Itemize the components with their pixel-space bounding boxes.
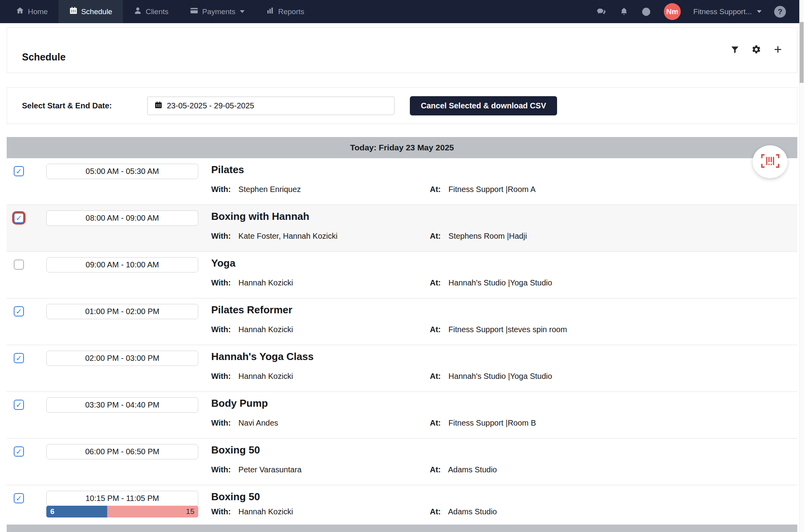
- session-checkbox[interactable]: ✓: [14, 446, 24, 457]
- session-time: 01:00 PM - 02:00 PM: [46, 304, 198, 319]
- session-time-label: 05:00 AM - 05:30 AM: [86, 167, 159, 176]
- nav-label: Clients: [146, 7, 168, 16]
- session-row: ✓ 03:30 PM - 04:40 PM Body Pump With: Na…: [7, 392, 797, 439]
- session-checkbox[interactable]: ✓: [14, 306, 24, 316]
- session-checkbox[interactable]: ✓: [14, 166, 24, 176]
- nav-item-reports[interactable]: Reports: [255, 0, 315, 23]
- with-label: With:: [211, 419, 231, 427]
- session-row: ✓ 09:00 AM - 10:00 AM Yoga With: Hannah …: [7, 252, 797, 298]
- checkmark-icon: ✓: [16, 214, 22, 222]
- help-icon[interactable]: ?: [774, 6, 786, 18]
- user-name: Fitness Support...: [693, 7, 752, 16]
- nav-item-home[interactable]: Home: [5, 0, 58, 23]
- person-icon: [133, 6, 142, 17]
- main-nav: Home Schedule Clients Payments Reports: [0, 0, 315, 23]
- credit-card-icon: [190, 6, 199, 17]
- checkmark-icon: ✓: [16, 355, 22, 362]
- home-icon: [16, 6, 24, 17]
- date-filter-card: Select Start & End Date: 23-05-2025 - 29…: [7, 87, 797, 124]
- calendar-icon: [154, 101, 163, 111]
- session-with: With: Hannah Kozicki: [211, 325, 293, 334]
- at-value: Fitness Support |Room A: [448, 185, 535, 194]
- session-checkbox[interactable]: ✓: [14, 260, 24, 270]
- scrollbar-thumb[interactable]: [800, 22, 804, 83]
- with-label: With:: [211, 325, 231, 334]
- schedule-header-card: Schedule: [7, 27, 797, 73]
- session-title: Body Pump: [211, 397, 268, 410]
- session-time: 03:30 PM - 04:40 PM: [46, 397, 198, 413]
- add-icon[interactable]: [773, 45, 783, 56]
- cancel-download-csv-button[interactable]: Cancel Selected & download CSV: [410, 96, 557, 115]
- with-value: Hannah Kozicki: [238, 278, 293, 287]
- session-title: Boxing with Hannah: [211, 210, 309, 223]
- session-row: ✓ 10:15 PM - 11:05 PM 6 15 Boxing 50 Wit…: [7, 485, 797, 525]
- with-label: With:: [211, 232, 231, 240]
- session-time-label: 03:30 PM - 04:40 PM: [85, 400, 159, 410]
- nav-item-payments[interactable]: Payments: [179, 0, 255, 23]
- session-checkbox[interactable]: ✓: [14, 493, 24, 503]
- clock-icon[interactable]: [641, 7, 651, 17]
- filter-icon[interactable]: [730, 45, 740, 56]
- session-time: 08:00 AM - 09:00 AM: [46, 210, 198, 226]
- with-value: Peter Varasuntara: [238, 465, 302, 474]
- session-at: At: Fitness Support |Room B: [430, 419, 536, 428]
- checkmark-icon: ✓: [16, 308, 22, 315]
- session-checkbox[interactable]: ✓: [14, 400, 24, 410]
- capacity-booked: 6: [46, 506, 107, 517]
- session-with: With: Kate Foster, Hannah Kozicki: [211, 232, 338, 241]
- nav-label: Reports: [278, 7, 304, 16]
- bell-icon[interactable]: [619, 7, 629, 16]
- nav-item-clients[interactable]: Clients: [123, 0, 179, 23]
- session-checkbox[interactable]: ✓: [14, 353, 24, 363]
- session-rows: ✓ 05:00 AM - 05:30 AM Pilates With: Step…: [7, 158, 797, 525]
- barcode-scan-button[interactable]: [753, 145, 788, 178]
- calendar-icon: [69, 6, 78, 17]
- at-label: At:: [430, 419, 441, 427]
- session-checkbox[interactable]: ✓: [14, 213, 24, 223]
- session-time: 09:00 AM - 10:00 AM: [46, 257, 198, 272]
- session-time-label: 08:00 AM - 09:00 AM: [86, 214, 159, 223]
- session-time-label: 02:00 PM - 03:00 PM: [85, 354, 159, 363]
- session-with: With: Peter Varasuntara: [211, 465, 302, 474]
- avatar[interactable]: Nm: [664, 3, 681, 20]
- session-time: 06:00 PM - 06:50 PM: [46, 444, 198, 459]
- with-label: With:: [211, 507, 231, 516]
- date-range-label: Select Start & End Date:: [22, 101, 112, 110]
- capacity-total: 15: [107, 506, 198, 517]
- with-value: Hannah Kozicki: [238, 507, 293, 516]
- session-title: Boxing 50: [211, 444, 260, 456]
- chat-icon[interactable]: [596, 7, 607, 16]
- with-label: With:: [211, 278, 231, 287]
- with-value: Stephen Enriquez: [238, 185, 301, 194]
- nav-item-schedule[interactable]: Schedule: [58, 0, 123, 23]
- at-value: Stephens Room |Hadji: [448, 232, 527, 240]
- at-value: Fitness Support |Room B: [448, 419, 536, 427]
- with-value: Hannah Kozicki: [238, 372, 293, 380]
- nav-label: Home: [28, 7, 48, 16]
- date-range-input[interactable]: 23-05-2025 - 29-05-2025: [147, 97, 395, 115]
- session-row: ✓ 01:00 PM - 02:00 PM Pilates Reformer W…: [7, 298, 797, 345]
- at-value: Adams Studio: [448, 507, 497, 516]
- session-at: At: Fitness Support |Room A: [430, 185, 535, 194]
- user-menu[interactable]: Fitness Support...: [693, 7, 762, 16]
- date-range-value: 23-05-2025 - 29-05-2025: [167, 101, 254, 110]
- with-label: With:: [211, 372, 231, 380]
- session-title: Boxing 50: [211, 491, 260, 503]
- checkmark-icon: ✓: [16, 168, 22, 175]
- checkmark-icon: ✓: [16, 401, 22, 409]
- schedule-list: Today: Friday 23 May 2025 ✓ 05:00 AM - 0…: [7, 137, 797, 532]
- with-value: Navi Andes: [238, 419, 278, 427]
- session-at: At: Stephens Room |Hadji: [430, 232, 527, 241]
- session-with: With: Navi Andes: [211, 419, 278, 428]
- session-row: ✓ 05:00 AM - 05:30 AM Pilates With: Step…: [7, 158, 797, 205]
- gear-icon[interactable]: [751, 45, 761, 56]
- at-value: Hannah's Studio |Yoga Studio: [448, 278, 552, 287]
- session-time-label: 01:00 PM - 02:00 PM: [85, 307, 159, 316]
- session-at: At: Adams Studio: [430, 465, 497, 474]
- checkmark-icon: ✓: [16, 495, 22, 502]
- at-value: Adams Studio: [448, 465, 497, 474]
- at-label: At:: [430, 278, 441, 287]
- session-with: With: Hannah Kozicki: [211, 372, 293, 381]
- day-header-today: Today: Friday 23 May 2025: [7, 137, 797, 158]
- session-at: At: Hannah's Studio |Yoga Studio: [430, 372, 552, 381]
